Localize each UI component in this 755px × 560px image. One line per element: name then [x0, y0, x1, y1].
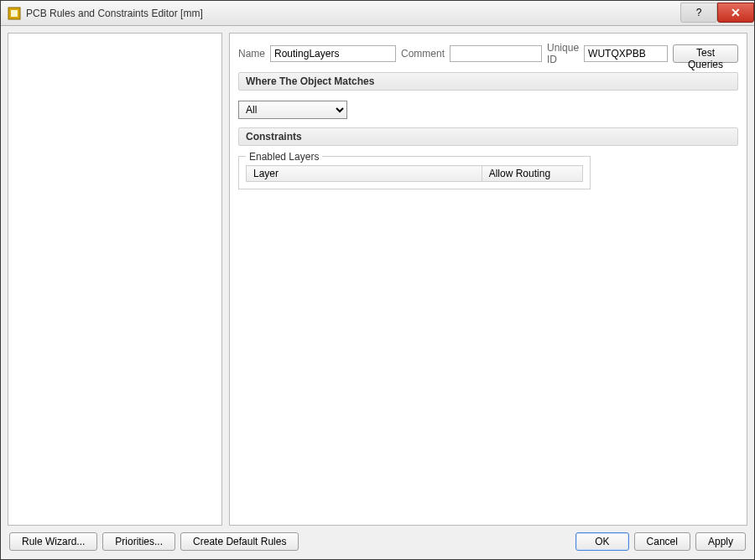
enabled-layers-table: Layer Allow Routing	[246, 165, 583, 182]
comment-field[interactable]	[450, 45, 542, 62]
unique-id-label: Unique ID	[547, 42, 579, 65]
rule-id-row: Name Comment Unique ID Test Queries	[238, 42, 738, 65]
app-icon	[8, 7, 21, 20]
name-field[interactable]	[270, 45, 396, 62]
window-title: PCB Rules and Constraints Editor [mm]	[26, 8, 680, 19]
constraints-heading: Constraints	[238, 127, 738, 146]
cancel-button[interactable]: Cancel	[634, 532, 690, 551]
col-layer[interactable]: Layer	[247, 166, 482, 182]
apply-button[interactable]: Apply	[695, 532, 746, 551]
test-queries-button[interactable]: Test Queries	[673, 44, 738, 63]
close-icon: ✕	[731, 6, 741, 19]
work-area: Name Comment Unique ID Test Queries Wher…	[1, 26, 754, 526]
dialog-window: PCB Rules and Constraints Editor [mm] ? …	[0, 0, 755, 560]
comment-label: Comment	[401, 48, 445, 60]
create-default-rules-button[interactable]: Create Default Rules	[180, 532, 299, 551]
match-scope-dropdown[interactable]: All	[238, 101, 347, 119]
priorities-button[interactable]: Priorities...	[102, 532, 175, 551]
help-button[interactable]: ?	[680, 3, 717, 23]
rules-tree-panel[interactable]	[8, 33, 222, 526]
unique-id-field[interactable]	[584, 45, 668, 62]
ok-button[interactable]: OK	[575, 532, 628, 551]
titlebar: PCB Rules and Constraints Editor [mm] ? …	[1, 1, 754, 26]
match-heading: Where The Object Matches	[238, 72, 738, 91]
name-label: Name	[238, 48, 265, 60]
rule-details-panel: Name Comment Unique ID Test Queries Wher…	[229, 33, 747, 526]
help-icon: ?	[696, 7, 702, 18]
enabled-layers-group: Enabled Layers Layer Allow Routing	[238, 156, 591, 189]
col-allow-routing[interactable]: Allow Routing	[482, 166, 582, 182]
close-button[interactable]: ✕	[717, 3, 754, 23]
svg-rect-1	[11, 10, 18, 17]
enabled-layers-legend: Enabled Layers	[246, 151, 322, 163]
rule-wizard-button[interactable]: Rule Wizard...	[9, 532, 97, 551]
dialog-footer: Rule Wizard... Priorities... Create Defa…	[1, 526, 754, 559]
